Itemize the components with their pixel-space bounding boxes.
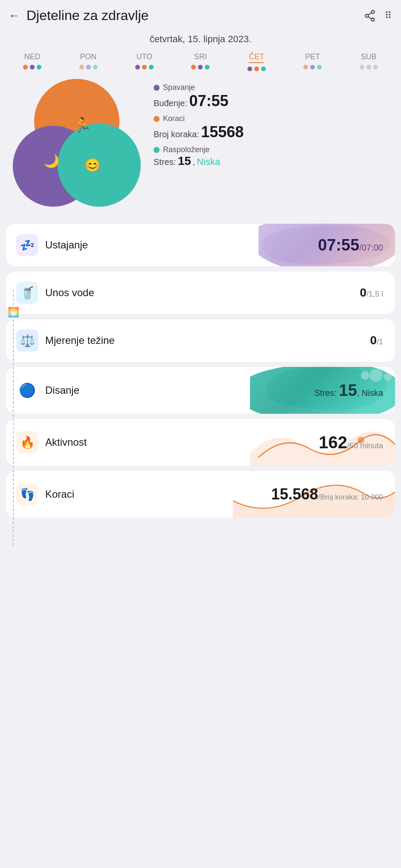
menu-icon[interactable]: ⠿ [385,10,392,21]
card-aktivnost[interactable]: 🔥 Aktivnost 162/60 minuta [6,419,395,466]
day-label-pet: PET [305,52,320,61]
stress-value: Stres: 15 , Niska [154,154,392,168]
day-dots-sri [191,65,209,69]
sleep-wake-value: Buđenje: 07:55 [154,92,392,110]
steps-icon-wrap: 👣 [16,483,38,505]
day-sri[interactable]: SRI [191,52,209,71]
week-selector: NED PON UTO SRI ČET [0,52,401,71]
mjerenje-value: 0/1 [370,334,395,347]
unos-vode-value: 0/1,5 l [360,286,395,300]
share-icon[interactable] [363,9,376,22]
unos-vode-title: Unos vode [45,287,94,299]
smile-icon: 😊 [84,158,100,173]
svg-point-2 [372,18,375,21]
breath-icon-wrap: 🔵 [16,379,38,401]
water-icon-wrap: 🥤 [16,282,38,304]
koraci-val: 15.568/Broj koraka: 10.000 [271,485,383,503]
steps-card-icon: 👣 [20,487,35,502]
activity-icon-wrap: 🔥 [16,431,38,453]
day-label-cet: ČET [249,52,264,63]
day-uto[interactable]: UTO [135,52,154,71]
card-disanje[interactable]: 🔵 Disanje Stres: 15, Niska [6,367,395,414]
day-pon[interactable]: PON [79,52,98,71]
day-ned[interactable]: NED [23,52,41,71]
ustajanje-main-time: 07:55 [318,236,359,254]
card-ustajanje[interactable]: 💤 Ustajanje 07:55/07:00 [6,224,395,266]
back-button[interactable]: ← [9,9,20,22]
sleep-card-icon: 💤 [20,238,35,252]
steps-count-value: Broj koraka: 15568 [154,123,392,141]
day-dots-pet [303,65,322,69]
card-koraci[interactable]: 👣 Koraci 15.568/Broj koraka: 10.000 [6,471,395,518]
steps-label: Koraci [154,114,392,123]
main-section: 🏃 🌙 😊 Spavanje Buđenje: 07:55 Koraci Bro… [0,79,401,224]
mjerenje-title: Mjerenje težine [45,335,115,346]
top-bar: ← Djeteline za zdravlje ⠿ [0,0,401,29]
day-dots-ned [23,65,41,69]
steps-stat: Koraci Broj koraka: 15568 [154,114,392,141]
activity-card-icon: 🔥 [20,435,35,450]
svg-point-0 [372,10,375,13]
ustajanje-title: Ustajanje [45,239,88,251]
water-card-icon: 🥤 [20,286,35,300]
scale-card-icon: ⚖️ [20,334,35,348]
koraci-title: Koraci [45,488,74,500]
card-unos-vode[interactable]: 🥤 Unos vode 0/1,5 l [6,271,395,314]
breath-card-icon: 🔵 [19,382,36,398]
cards-section: 💤 Ustajanje 07:55/07:00 🥤 Unos vode 0/1,… [0,224,401,526]
card-mjerenje-tezine[interactable]: ⚖️ Mjerenje težine 0/1 [6,319,395,362]
day-dots-cet [247,66,266,71]
scale-icon-wrap: ⚖️ [16,329,38,352]
svg-line-3 [368,13,372,15]
disanje-title: Disanje [45,384,79,396]
day-dots-sub [360,65,378,69]
day-label-uto: UTO [137,52,153,61]
day-label-sub: SUB [361,52,377,61]
svg-line-4 [368,17,372,19]
top-bar-icons: ⠿ [363,9,392,22]
teal-deco-bubble3 [384,373,392,381]
sleep-stat: Spavanje Buđenje: 07:55 [154,83,392,110]
aktivnost-value: 162/60 minuta [319,433,383,452]
teal-deco-bubble1 [361,371,369,380]
day-pet[interactable]: PET [303,52,322,71]
day-sub[interactable]: SUB [360,52,378,71]
ustajanje-sub-time: /07:00 [359,243,383,252]
day-label-ned: NED [24,52,41,61]
moon-icon: 🌙 [44,153,59,168]
clover-graphic: 🏃 🌙 😊 [9,79,145,215]
teal-deco-bubble2 [369,369,382,382]
aktivnost-title: Aktivnost [45,436,87,448]
day-dots-pon [79,65,98,69]
runner-icon: 🏃 [73,116,91,133]
svg-point-1 [366,14,369,17]
day-cet[interactable]: ČET [247,52,266,71]
card-unos-vode-left: 🥤 Unos vode [6,272,360,313]
ustajanje-time: 07:55/07:00 [318,236,383,254]
sleep-icon-wrap: 💤 [16,234,38,256]
date-header: četvrtak, 15. lipnja 2023. [0,34,401,45]
top-bar-left: ← Djeteline za zdravlje [9,8,148,23]
day-label-sri: SRI [194,52,207,61]
disanje-stress-value: Stres: 15, Niska [314,381,383,400]
mood-stat: Raspoloženje Stres: 15 , Niska [154,145,392,168]
stats-panel: Spavanje Buđenje: 07:55 Koraci Broj kora… [154,79,392,168]
stress-separator: , [193,159,197,166]
day-label-pon: PON [80,52,97,61]
sleep-label: Spavanje [154,83,392,92]
page-title: Djeteline za zdravlje [26,8,148,23]
mood-label: Raspoloženje [154,145,392,154]
card-mjerenje-left: ⚖️ Mjerenje težine [6,320,370,361]
day-dots-uto [135,65,154,69]
